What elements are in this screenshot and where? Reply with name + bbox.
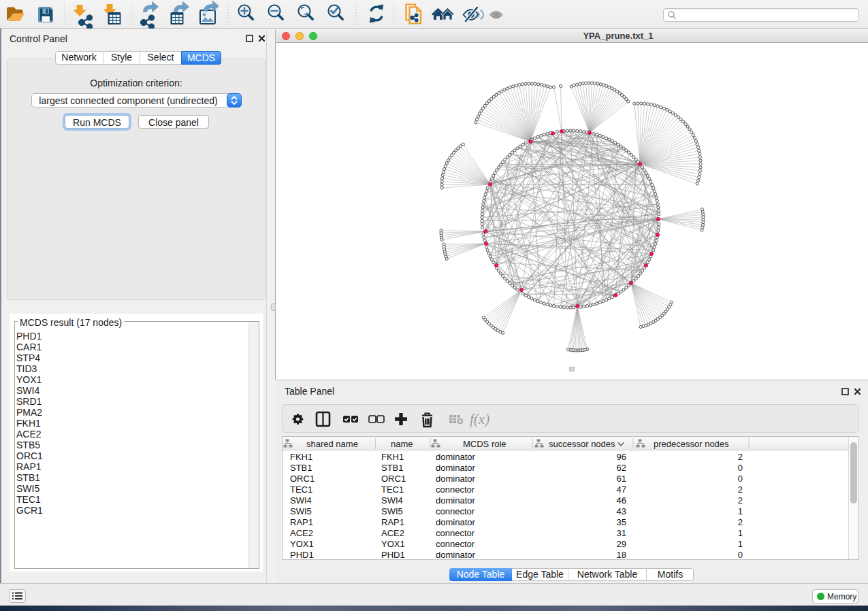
svg-text:f(x): f(x) [470,411,489,427]
